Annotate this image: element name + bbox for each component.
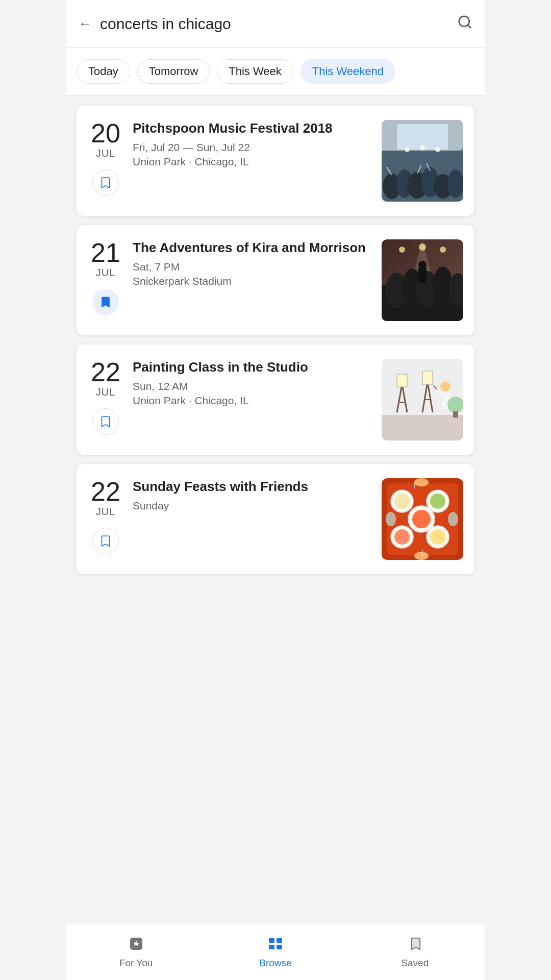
event-info-2: The Adventures of Kira and MorrisonSat, … — [133, 239, 372, 287]
svg-point-46 — [447, 397, 463, 413]
svg-point-51 — [394, 494, 410, 509]
svg-point-11 — [447, 169, 463, 198]
bookmark-button-3[interactable] — [92, 408, 119, 435]
event-time: Sat, 7 PM — [133, 261, 372, 273]
event-month: JUL — [96, 148, 116, 159]
svg-point-30 — [440, 247, 446, 253]
nav-icon-saved — [407, 936, 423, 955]
event-date-col-4: 22JUL — [88, 478, 123, 554]
event-time: Sunday — [133, 500, 372, 512]
nav-icon-for-you — [128, 936, 144, 955]
event-card-4[interactable]: 22JULSunday Feasts with FriendsSunday — [77, 464, 474, 574]
event-image-concert2 — [382, 239, 463, 321]
event-day: 22 — [91, 478, 120, 505]
event-card-1[interactable]: 20JULPitchspoon Music Festival 2018Fri, … — [77, 106, 474, 216]
nav-label-for-you: For You — [119, 958, 153, 969]
event-title: Painting Class in the Studio — [133, 359, 372, 376]
events-list: 20JULPitchspoon Music Festival 2018Fri, … — [66, 95, 485, 584]
svg-point-65 — [414, 478, 429, 486]
filter-chip-this-weekend[interactable]: This Weekend — [300, 59, 395, 84]
svg-point-55 — [394, 529, 410, 545]
event-info-1: Pitchspoon Music Festival 2018Fri, Jul 2… — [133, 120, 372, 168]
event-day: 22 — [91, 359, 120, 385]
event-day: 21 — [91, 239, 120, 266]
event-title: Pitchspoon Music Festival 2018 — [133, 120, 372, 137]
svg-rect-69 — [277, 938, 282, 943]
svg-point-16 — [420, 145, 425, 151]
svg-point-57 — [430, 529, 445, 545]
event-date-col-2: 21JUL — [88, 239, 123, 315]
svg-rect-41 — [422, 371, 433, 384]
event-title: Sunday Feasts with Friends — [133, 478, 372, 496]
event-location: Union Park · Chicago, IL — [133, 156, 372, 168]
back-button[interactable]: ← — [79, 16, 92, 32]
svg-point-15 — [405, 147, 410, 152]
svg-line-1 — [468, 25, 470, 28]
svg-point-29 — [419, 243, 426, 251]
event-time: Sun, 12 AM — [133, 380, 372, 393]
event-image-feast — [382, 478, 463, 560]
filter-chip-today[interactable]: Today — [77, 59, 130, 84]
event-date-col-1: 20JUL — [88, 120, 123, 196]
svg-point-28 — [399, 247, 405, 253]
nav-label-saved: Saved — [401, 958, 429, 969]
event-info-4: Sunday Feasts with FriendsSunday — [133, 478, 372, 514]
bookmark-button-4[interactable] — [92, 528, 119, 554]
svg-rect-33 — [382, 415, 463, 440]
svg-point-62 — [448, 512, 458, 526]
nav-item-saved[interactable]: Saved — [345, 924, 485, 980]
event-image-concert1 — [382, 120, 463, 202]
nav-item-for-you[interactable]: For You — [66, 924, 206, 980]
svg-rect-68 — [269, 938, 274, 943]
bookmark-button-1[interactable] — [92, 169, 119, 196]
svg-point-64 — [414, 552, 429, 560]
event-location: Snickerpark Stadium — [133, 275, 372, 287]
svg-point-17 — [435, 147, 440, 152]
event-location: Union Park · Chicago, IL — [133, 395, 372, 407]
svg-point-59 — [412, 510, 431, 528]
svg-point-27 — [418, 261, 427, 269]
event-month: JUL — [96, 506, 116, 518]
svg-rect-71 — [277, 945, 282, 949]
event-time: Fri, Jul 20 — Sun, Jul 22 — [133, 141, 372, 154]
event-card-3[interactable]: 22JULPainting Class in the StudioSun, 12… — [77, 345, 474, 455]
event-info-3: Painting Class in the StudioSun, 12 AMUn… — [133, 359, 372, 407]
event-month: JUL — [96, 267, 116, 279]
nav-icon-browse — [267, 936, 284, 955]
event-title: The Adventures of Kira and Morrison — [133, 239, 372, 257]
svg-rect-37 — [397, 374, 407, 387]
svg-rect-70 — [269, 945, 274, 949]
event-card-2[interactable]: 21JULThe Adventures of Kira and Morrison… — [77, 225, 474, 335]
filter-chip-this-week[interactable]: This Week — [217, 59, 293, 84]
nav-item-browse[interactable]: Browse — [206, 924, 345, 980]
nav-label-browse: Browse — [259, 958, 291, 969]
filter-chip-tomorrow[interactable]: Tomorrow — [137, 59, 210, 84]
page-title: concerts in chicago — [100, 15, 457, 33]
svg-rect-47 — [453, 411, 458, 418]
search-button[interactable] — [457, 14, 472, 33]
header: ← concerts in chicago — [66, 0, 485, 48]
event-image-art — [382, 359, 463, 440]
svg-point-43 — [440, 381, 450, 391]
bookmark-button-2[interactable] — [92, 289, 119, 315]
event-month: JUL — [96, 386, 116, 398]
filter-bar: TodayTomorrowThis WeekThis Weekend — [66, 48, 485, 95]
bottom-nav: For You Browse Saved — [66, 924, 485, 980]
event-date-col-3: 22JUL — [88, 359, 123, 435]
svg-point-53 — [430, 494, 445, 509]
svg-rect-26 — [418, 267, 427, 283]
svg-point-63 — [386, 512, 396, 526]
event-day: 20 — [91, 120, 120, 146]
